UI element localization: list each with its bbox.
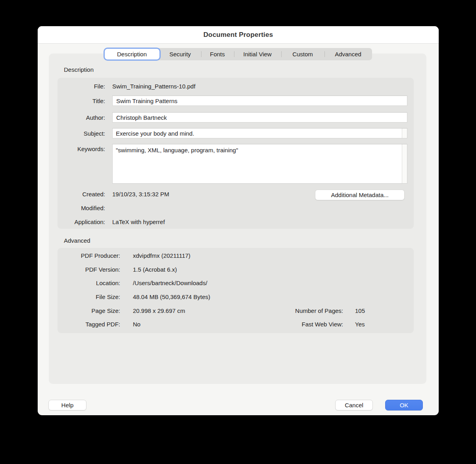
tab-bar: Description Security Fonts Initial View … [105, 48, 372, 60]
file-label: File: [58, 83, 105, 90]
author-row: Author: [58, 112, 407, 123]
subject-scrollbar-track [402, 128, 407, 138]
description-group-box: File: Swim_Training_Patterns-10.pdf Titl… [58, 78, 414, 229]
keywords-row: Keywords: "swimming, XML, language, prog… [58, 144, 407, 184]
application-label: Application: [58, 219, 105, 225]
description-section-label: Description [64, 66, 94, 73]
title-field[interactable] [112, 96, 407, 106]
cancel-button[interactable]: Cancel [335, 400, 373, 410]
modified-label: Modified: [58, 205, 105, 211]
window-titlebar[interactable]: Document Properties [38, 26, 439, 44]
application-row: Application: LaTeX with hyperref [58, 217, 407, 226]
ok-button[interactable]: OK [385, 400, 423, 410]
created-value: 19/10/23, 3:15:32 PM [112, 191, 169, 197]
location-row: Location: /Users/bartneck/Downloads/ [58, 280, 414, 288]
window-title: Document Properties [203, 31, 273, 39]
location-label: Location: [58, 280, 120, 286]
created-label: Created: [58, 191, 105, 197]
tab-initial-view[interactable]: Initial View [234, 48, 281, 60]
fast-web-view-label: Fast Web View: [216, 321, 343, 328]
tab-security[interactable]: Security [159, 48, 201, 60]
author-label: Author: [58, 114, 105, 121]
modified-row: Modified: [58, 203, 407, 212]
subject-field-wrapper [112, 128, 407, 138]
advanced-group-box: PDF Producer: xdvipdfmx (20211117) PDF V… [58, 248, 414, 333]
file-row: File: Swim_Training_Patterns-10.pdf [58, 81, 407, 91]
desktop-background: Document Properties Description Security… [0, 0, 476, 464]
pdf-version-label: PDF Version: [58, 266, 120, 273]
subject-label: Subject: [58, 130, 105, 137]
keywords-field-wrapper: "swimming, XML, language, program, train… [112, 144, 407, 184]
file-size-value: 48.04 MB (50,369,674 Bytes) [133, 293, 210, 300]
tab-description[interactable]: Description [105, 49, 159, 59]
pdf-producer-row: PDF Producer: xdvipdfmx (20211117) [58, 252, 414, 261]
number-of-pages-label: Number of Pages: [216, 307, 343, 314]
tagged-pdf-row: Tagged PDF: No Fast Web View: Yes [58, 321, 414, 330]
document-properties-dialog: Document Properties Description Security… [38, 26, 439, 415]
tab-custom[interactable]: Custom [281, 48, 324, 60]
application-value: LaTeX with hyperref [112, 219, 165, 225]
page-size-row: Page Size: 20.998 x 29.697 cm Number of … [58, 307, 414, 316]
keywords-field[interactable]: "swimming, XML, language, program, train… [113, 144, 402, 183]
title-row: Title: [58, 96, 407, 106]
file-size-row: File Size: 48.04 MB (50,369,674 Bytes) [58, 293, 414, 302]
tagged-pdf-value: No [133, 321, 140, 328]
tab-fonts[interactable]: Fonts [201, 48, 234, 60]
location-value: /Users/bartneck/Downloads/ [133, 280, 207, 286]
subject-row: Subject: [58, 128, 407, 138]
page-size-value: 20.998 x 29.697 cm [133, 307, 185, 314]
tab-advanced[interactable]: Advanced [324, 48, 372, 60]
tagged-pdf-label: Tagged PDF: [58, 321, 120, 328]
file-value: Swim_Training_Patterns-10.pdf [112, 83, 196, 90]
author-field[interactable] [112, 112, 407, 123]
pdf-producer-label: PDF Producer: [58, 252, 120, 259]
number-of-pages-value: 105 [355, 307, 365, 314]
fast-web-view-value: Yes [355, 321, 365, 328]
keywords-scrollbar-track [402, 144, 407, 183]
keywords-label: Keywords: [58, 146, 105, 152]
description-tab-panel: Description File: Swim_Training_Patterns… [49, 54, 426, 384]
additional-metadata-button[interactable]: Additional Metadata... [315, 190, 405, 200]
pdf-version-row: PDF Version: 1.5 (Acrobat 6.x) [58, 266, 414, 275]
pdf-producer-value: xdvipdfmx (20211117) [133, 252, 190, 259]
page-size-label: Page Size: [58, 307, 120, 314]
title-label: Title: [58, 98, 105, 104]
advanced-section-label: Advanced [64, 237, 90, 244]
pdf-version-value: 1.5 (Acrobat 6.x) [133, 266, 177, 273]
help-button[interactable]: Help [48, 400, 86, 410]
subject-field[interactable] [113, 128, 402, 138]
file-size-label: File Size: [58, 293, 120, 300]
